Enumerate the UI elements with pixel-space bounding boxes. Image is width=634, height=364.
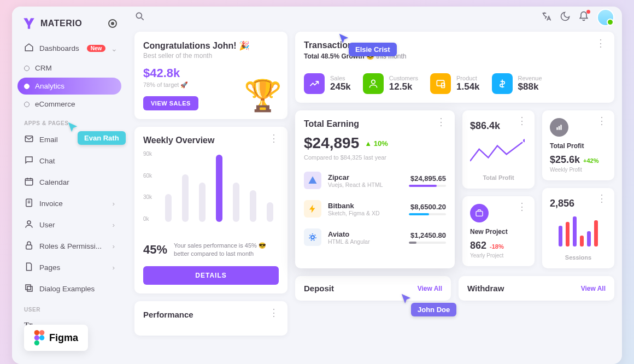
sessions-label: Sessions [550,254,607,261]
copy-icon [24,283,34,295]
newproj-growth: -18% [490,243,504,250]
svg-point-22 [34,340,39,345]
pin-icon[interactable] [108,19,117,28]
sidebar-label: Analytics [35,82,64,90]
profit2-sub: Weekly Profit [550,167,607,173]
more-icon[interactable]: ⋮ [597,196,607,201]
sidebar-item-dashboards[interactable]: Dashboards New ⌄ [17,38,121,58]
company-tech: Vuejs, React & HTML [328,181,402,188]
bar [216,155,222,222]
chart-icon [550,118,568,137]
sidebar-item-ecommerce[interactable]: eCommerce [17,96,121,113]
stat-value: $88k [518,81,542,92]
more-icon[interactable]: ⋮ [517,118,527,124]
company-amount: $24,895.65 [409,174,446,183]
translate-icon[interactable] [541,11,552,24]
sessions-bar-chart [550,214,607,246]
brand-logo-icon [22,16,36,31]
app-window: MATERIO Dashboards New ⌄ CRM Analytics e… [12,7,622,364]
bar [250,190,256,222]
stat-item: Revenue$88k [492,73,542,94]
stat-item: Customers12.5k [363,73,418,94]
main-area: Congratulations John! 🎉 Best seller of t… [127,7,622,364]
sidebar-item-crm[interactable]: CRM [17,60,121,77]
sidebar-item-calendar[interactable]: Calendar [17,172,121,192]
topbar [127,7,622,28]
newproj-value: 862 [470,240,486,251]
lock-icon [24,240,34,252]
svg-rect-5 [26,285,31,290]
sidebar-item-chat[interactable]: Chat [17,151,121,171]
sidebar-label: Invoice [39,199,63,208]
profit2-growth: +42% [583,157,598,164]
withdraw-title: Withdraw [467,284,504,293]
earning-row: BitbankSketch, Figma & XD$8,6500.20 [304,200,446,218]
svg-point-11 [311,236,314,239]
svg-point-21 [39,335,44,340]
stat-value: 245k [330,81,351,92]
more-icon[interactable]: ⋮ [596,40,606,46]
y-label: 90k [143,151,152,157]
company-icon [304,200,321,218]
stat-item: Product1.54k [430,73,480,94]
circle-icon [24,102,30,107]
company-tech: HTML & Angular [328,238,402,245]
svg-point-18 [34,330,39,335]
view-all-link[interactable]: View All [581,285,606,292]
search-icon[interactable] [134,11,145,24]
withdraw-card: Withdraw View All [459,276,614,301]
earning-title: Total Earning [304,119,359,129]
session-bar [580,236,584,246]
theme-toggle-icon[interactable] [560,11,571,24]
notifications-icon[interactable] [578,11,589,24]
newproj-label: New Project [470,228,527,236]
stat-icon [363,73,384,94]
sidebar-item-user[interactable]: User › [17,215,121,235]
circle-icon [24,66,30,71]
sidebar-label: eCommerce [35,100,75,108]
congrats-title: Congratulations John! 🎉 [143,40,279,51]
sidebar-item-roles[interactable]: Roles & Permissi... › [17,236,121,256]
middle-row: Total Earning ⋮ $24,895 ▲ 10% Compared t… [295,110,614,268]
earning-row: ZipcarVuejs, React & HTML$24,895.65 [304,172,446,189]
svg-point-20 [34,335,39,340]
user-avatar[interactable] [597,9,614,26]
transactions-stats-row: Sales245kCustomers12.5kProduct1.54kReven… [304,73,606,94]
progress-bar [409,242,446,244]
weekly-bar-chart: 90k 60k 30k 0k [143,151,279,233]
new-project-card: ⋮ New Project 862-18% Yearly Project [462,196,535,266]
more-icon[interactable]: ⋮ [517,204,527,209]
view-sales-button[interactable]: VIEW SALES [143,96,198,110]
company-icon [304,228,321,246]
more-icon[interactable]: ⋮ [269,310,279,315]
svg-rect-14 [476,212,483,216]
earning-value-row: $24,895 ▲ 10% [304,134,446,152]
brand-row: MATERIO [17,14,121,38]
sidebar-label: Chat [39,157,55,165]
figma-logo-icon [34,330,45,345]
more-icon[interactable]: ⋮ [269,136,279,141]
sparkline-chart [470,137,525,165]
company-amount: $8,6500.20 [409,203,446,211]
svg-point-7 [136,13,142,18]
session-bar [566,222,570,246]
company-name: Bitbank [328,202,402,210]
view-all-link[interactable]: View All [418,285,442,292]
total-earning-card: Total Earning ⋮ $24,895 ▲ 10% Compared t… [295,110,455,268]
more-icon[interactable]: ⋮ [597,118,607,124]
figma-badge: Figma [24,325,88,351]
svg-point-12 [309,234,316,240]
company-icon [304,172,321,189]
sidebar-item-analytics[interactable]: Analytics [17,78,121,95]
y-label: 60k [143,173,152,179]
profit-value: $86.4k [470,120,500,132]
sidebar-item-invoice[interactable]: Invoice › [17,193,121,214]
sessions-card: 2,856 ⋮ Sessions [542,188,614,268]
stat-label: Revenue [518,75,542,81]
chat-icon [24,155,34,167]
more-icon[interactable]: ⋮ [436,119,446,125]
sidebar-item-pages[interactable]: Pages › [17,257,121,278]
sidebar-item-dialog[interactable]: Dialog Examples [17,279,121,299]
details-button[interactable]: DETAILS [143,266,279,285]
cursor-label: Evan Rath [78,131,126,145]
